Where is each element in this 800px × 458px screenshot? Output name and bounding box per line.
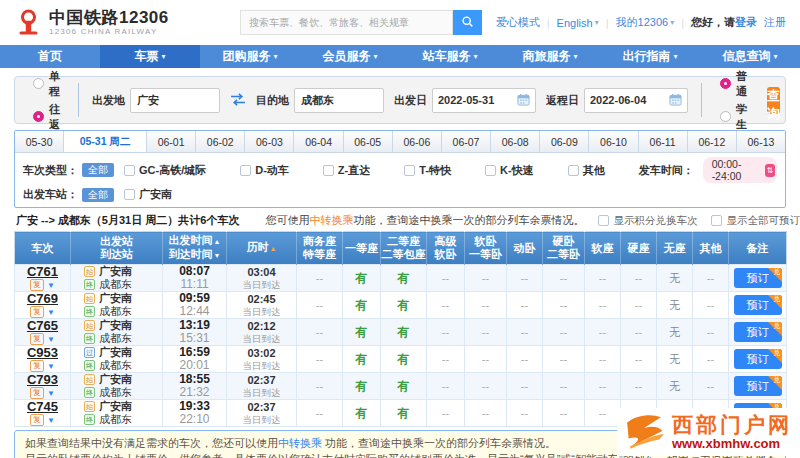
nav-item[interactable]: 信息查询▾ (700, 45, 800, 68)
date-tab[interactable]: 06-10 (589, 131, 638, 152)
login-link[interactable]: 登录 (735, 15, 757, 30)
date-tab[interactable]: 05-30 (15, 131, 64, 152)
column-header-dong[interactable]: 动卧 (507, 232, 543, 265)
passenger-type-radio[interactable]: 学生 (720, 102, 747, 132)
column-header-remark[interactable]: 备注 (729, 232, 787, 265)
date-tab[interactable]: 06-09 (540, 131, 589, 152)
date-tab[interactable]: 06-06 (393, 131, 442, 152)
train-type-checkbox-label: 其他 (583, 163, 605, 178)
search-input[interactable] (240, 10, 453, 35)
seat-availability: -- (442, 407, 449, 419)
trip-type-radio[interactable]: 往返 (33, 102, 60, 132)
language-link[interactable]: English▾ (557, 17, 599, 29)
date-tab[interactable]: 06-02 (196, 131, 245, 152)
station-line: 始广安南 (71, 265, 162, 278)
register-link[interactable]: 注册 (764, 15, 786, 30)
expand-caret-icon[interactable]: ▼ (47, 389, 55, 398)
date-tab[interactable]: 06-05 (344, 131, 393, 152)
passenger-type-radio[interactable]: 普通 (720, 69, 747, 99)
column-header-stations[interactable]: 出发站到达站 (71, 232, 163, 265)
brand[interactable]: 中国铁路12306 12306 CHINA RAILWAY (14, 8, 240, 37)
train-type-checkbox[interactable]: Z-直达 (323, 163, 370, 178)
date-tab[interactable]: 06-04 (294, 131, 343, 152)
train-type-checkbox[interactable]: GC-高铁/城际 (124, 163, 206, 178)
date-tab[interactable]: 06-01 (147, 131, 196, 152)
seat-cell: 有 (343, 292, 381, 319)
display-toggle-checkbox[interactable]: 显示全部可预订车次 (711, 214, 800, 228)
column-header-hard_sleeper[interactable]: 硬卧二等卧 (543, 232, 585, 265)
train-number-link[interactable]: C765 (15, 319, 70, 332)
train-number-link[interactable]: C769 (15, 292, 70, 305)
column-header-no_seat[interactable]: 无座 (657, 232, 693, 265)
train-type-checkbox[interactable]: D-动车 (240, 163, 289, 178)
my12306-link[interactable]: 我的12306▾ (616, 15, 675, 30)
train-number-link[interactable]: C953 (15, 346, 70, 359)
train-number-link[interactable]: C793 (15, 373, 70, 386)
column-header-hard_seat[interactable]: 硬座 (621, 232, 657, 265)
train-type-all-badge[interactable]: 全部 (82, 163, 114, 177)
date-tab[interactable]: 06-08 (491, 131, 540, 152)
column-header-business[interactable]: 商务座特等座 (297, 232, 343, 265)
care-mode-link[interactable]: 爱心模式 (496, 15, 540, 30)
expand-caret-icon[interactable]: ▼ (47, 416, 55, 425)
nav-item[interactable]: 首页 (0, 45, 100, 68)
to-station-input[interactable] (294, 88, 384, 113)
site-title: 中国铁路12306 (49, 9, 169, 27)
depart-station-all-badge[interactable]: 全部 (82, 188, 114, 202)
display-toggle-checkbox[interactable]: 显示积分兑换车次 (598, 214, 697, 228)
swap-stations-button[interactable] (229, 92, 247, 108)
column-header-times[interactable]: 出发时间▲到达时间▼ (163, 232, 227, 265)
from-station-input[interactable] (130, 88, 220, 113)
column-header-train[interactable]: 车次 (15, 232, 71, 265)
nav-item[interactable]: 团购服务▾ (200, 45, 300, 68)
date-tab[interactable]: 06-03 (245, 131, 294, 152)
expand-caret-icon[interactable]: ▼ (47, 281, 55, 290)
trip-type-radio[interactable]: 单程 (33, 69, 60, 99)
date-tab[interactable]: 06-07 (442, 131, 491, 152)
nav-item[interactable]: 车票▾ (100, 45, 200, 68)
chevron-down-icon: ▾ (595, 18, 599, 27)
book-button[interactable]: 预订兑 (734, 268, 782, 288)
train-type-checkbox[interactable]: 其他 (568, 163, 605, 178)
language-label: English (557, 17, 593, 29)
return-date-input[interactable]: 2022-06-04 (584, 88, 688, 113)
date-tab[interactable]: 06-12 (688, 131, 737, 152)
column-header-soft_seat[interactable]: 软座 (585, 232, 621, 265)
column-header-adv_soft[interactable]: 高级软卧 (427, 232, 465, 265)
seat-cell: -- (585, 400, 621, 427)
nav-item[interactable]: 商旅服务▾ (500, 45, 600, 68)
seat-availability: -- (442, 299, 449, 311)
book-button[interactable]: 预订兑 (734, 376, 782, 396)
column-header-soft[interactable]: 软卧一等卧 (465, 232, 507, 265)
transfer-link[interactable]: 中转换乘 (278, 437, 322, 449)
train-number-link[interactable]: C745 (15, 400, 70, 413)
book-button[interactable]: 预订兑 (734, 295, 782, 315)
nav-item[interactable]: 站车服务▾ (400, 45, 500, 68)
book-button[interactable]: 预订兑 (734, 349, 782, 369)
train-number-link[interactable]: C761 (15, 265, 70, 278)
station-badge-icon: 过 (84, 347, 95, 358)
depart-station-checkbox[interactable]: 广安南 (124, 187, 172, 202)
expand-caret-icon[interactable]: ▼ (47, 308, 55, 317)
date-tab[interactable]: 06-11 (639, 131, 688, 152)
train-type-checkbox[interactable]: K-快速 (485, 163, 534, 178)
train-type-checkbox[interactable]: T-特快 (404, 163, 451, 178)
search-button[interactable] (453, 10, 482, 35)
query-button[interactable]: 查询 (767, 87, 780, 114)
sort-asc-icon: ▲ (214, 238, 221, 245)
station-line: 始广安南 (71, 400, 162, 413)
date-tab[interactable]: 05-31 周二 (64, 131, 147, 152)
nav-item[interactable]: 会员服务▾ (300, 45, 400, 68)
transfer-link[interactable]: 中转换乘 (309, 214, 353, 226)
book-button[interactable]: 预订兑 (734, 322, 782, 342)
depart-date-input[interactable]: 2022-05-31 (432, 88, 536, 113)
depart-time-select[interactable]: 00:00--24:00 ⇅ (703, 157, 777, 183)
date-tab[interactable]: 06-13 (737, 131, 785, 152)
column-header-second[interactable]: 二等座二等包座 (381, 232, 427, 265)
expand-caret-icon[interactable]: ▼ (47, 362, 55, 371)
nav-item[interactable]: 出行指南▾ (600, 45, 700, 68)
column-header-other[interactable]: 其他 (693, 232, 729, 265)
expand-caret-icon[interactable]: ▼ (47, 335, 55, 344)
column-header-first[interactable]: 一等座 (343, 232, 381, 265)
column-header-duration[interactable]: 历时▲ (227, 232, 297, 265)
